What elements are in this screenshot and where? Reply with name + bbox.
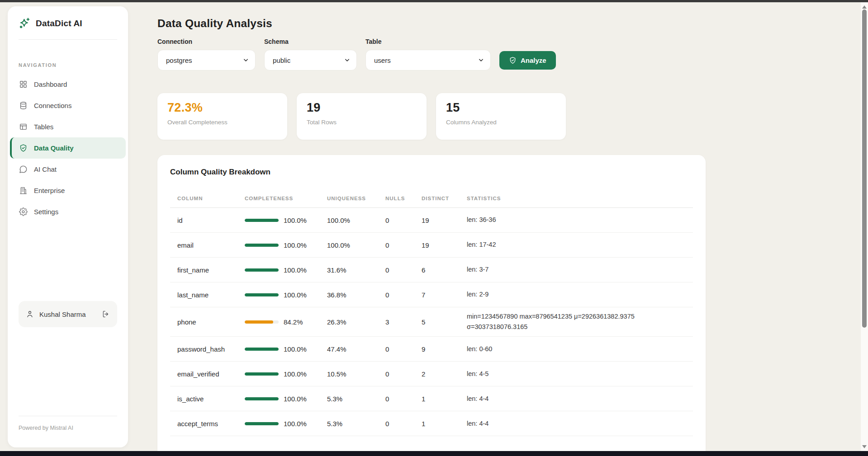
scrollbar-down-arrow-icon[interactable] (862, 445, 867, 448)
analyze-button-label: Analyze (521, 56, 546, 64)
completeness-bar (245, 348, 279, 351)
completeness-cell: 100.0% (245, 291, 327, 299)
sidebar-item-connections[interactable]: Connections (10, 95, 126, 116)
table-select[interactable]: users (366, 50, 490, 70)
completeness-value: 100.0% (284, 370, 307, 378)
uniqueness-cell: 31.6% (327, 266, 385, 274)
distinct-cell: 19 (422, 241, 467, 249)
chat-bubble-icon (19, 165, 28, 174)
nav-section-label: NAVIGATION (8, 40, 128, 74)
distinct-cell: 5 (422, 318, 467, 326)
completeness-cell: 84.2% (245, 318, 327, 326)
completeness-cell: 100.0% (245, 420, 327, 428)
schema-select-wrap: public (264, 50, 357, 71)
statistics-cell: len: 4-4 (467, 418, 661, 429)
completeness-value: 100.0% (284, 241, 307, 249)
database-icon (19, 101, 28, 110)
column-name-cell: email_verified (177, 370, 245, 378)
table-select-wrap: users (365, 50, 491, 71)
statistics-cell: len: 2-9 (467, 289, 661, 300)
table-row: email 100.0% 100.0% 0 19 len: 17-42 (170, 233, 693, 258)
nulls-cell: 0 (385, 395, 422, 403)
stat-value: 15 (446, 101, 556, 115)
screen-bottom-edge (0, 451, 868, 456)
distinct-cell: 19 (422, 216, 467, 224)
completeness-value: 100.0% (284, 216, 307, 224)
sidebar-item-tables[interactable]: Tables (10, 116, 126, 137)
completeness-value: 100.0% (284, 395, 307, 403)
table-row: phone 84.2% 26.3% 3 5 min=1234567890 max… (170, 307, 693, 337)
completeness-bar (245, 268, 279, 272)
column-header-uniqueness: UNIQUENESS (327, 196, 385, 201)
stat-card-overall-completeness: 72.3% Overall Completeness (157, 93, 287, 140)
screen-top-edge (0, 0, 868, 2)
stat-label: Total Rows (307, 119, 417, 126)
app-screen: DataDict AI NAVIGATION Dashboard Connect… (0, 0, 868, 456)
nulls-cell: 0 (385, 370, 422, 378)
table-icon (19, 122, 28, 131)
scrollbar[interactable] (861, 2, 868, 451)
building-icon (19, 186, 28, 195)
sidebar-item-enterprise[interactable]: Enterprise (10, 180, 126, 201)
connection-select[interactable]: postgres (158, 50, 255, 70)
schema-label: Schema (264, 38, 357, 45)
statistics-cell: len: 4-5 (467, 369, 661, 379)
analyze-button[interactable]: Analyze (499, 51, 556, 70)
stat-card-total-rows: 19 Total Rows (297, 93, 427, 140)
uniqueness-cell: 5.3% (327, 420, 385, 428)
table-row: is_active 100.0% 5.3% 0 1 len: 4-4 (170, 386, 693, 411)
filter-bar: Connection postgres Schema public (157, 38, 706, 71)
completeness-bar (245, 397, 279, 400)
statistics-cell: len: 0-60 (467, 344, 661, 354)
distinct-cell: 2 (422, 370, 467, 378)
column-name-cell: first_name (177, 266, 245, 274)
stat-card-columns-analyzed: 15 Columns Analyzed (436, 93, 566, 140)
sidebar-item-dashboard[interactable]: Dashboard (10, 74, 126, 95)
statistics-cell: len: 17-42 (467, 240, 661, 250)
gear-icon (19, 207, 28, 216)
uniqueness-cell: 36.8% (327, 291, 385, 299)
completeness-value: 84.2% (284, 318, 303, 326)
column-name-cell: accept_terms (177, 420, 245, 428)
user-icon (26, 310, 34, 318)
nulls-cell: 0 (385, 216, 422, 224)
stats-row: 72.3% Overall Completeness 19 Total Rows… (157, 93, 706, 140)
table-label: Table (365, 38, 491, 45)
nulls-cell: 0 (385, 241, 422, 249)
connection-filter: Connection postgres (157, 38, 256, 71)
schema-select[interactable]: public (265, 50, 356, 70)
column-name-cell: email (177, 241, 245, 249)
uniqueness-cell: 26.3% (327, 318, 385, 326)
table-row: first_name 100.0% 31.6% 0 6 len: 3-7 (170, 258, 693, 282)
completeness-value: 100.0% (284, 345, 307, 353)
distinct-cell: 7 (422, 291, 467, 299)
completeness-bar (245, 372, 279, 376)
user-chip[interactable]: Kushal Sharma (19, 301, 117, 327)
table-row: password_hash 100.0% 47.4% 0 9 len: 0-60 (170, 337, 693, 362)
sidebar-item-label: AI Chat (34, 165, 57, 173)
scrollbar-up-arrow-icon[interactable] (862, 5, 867, 9)
completeness-bar (245, 422, 279, 425)
breakdown-title: Column Quality Breakdown (170, 168, 693, 177)
stat-value: 19 (307, 101, 417, 115)
completeness-cell: 100.0% (245, 395, 327, 403)
sidebar-item-ai-chat[interactable]: AI Chat (10, 159, 126, 180)
completeness-cell: 100.0% (245, 266, 327, 274)
scrollbar-thumb[interactable] (862, 9, 867, 328)
sidebar-item-data-quality[interactable]: Data Quality (10, 137, 126, 159)
completeness-bar (245, 320, 279, 324)
app-logo: DataDict AI (8, 6, 128, 39)
nulls-cell: 0 (385, 420, 422, 428)
stat-value: 72.3% (167, 101, 277, 115)
column-name-cell: is_active (177, 395, 245, 403)
sidebar-item-label: Tables (34, 123, 53, 131)
logout-icon[interactable] (102, 310, 110, 318)
column-name-cell: password_hash (177, 345, 245, 353)
app-title: DataDict AI (36, 19, 82, 28)
powered-by-text: Powered by Mistral AI (8, 416, 128, 447)
sidebar-item-settings[interactable]: Settings (10, 201, 126, 222)
statistics-cell: len: 36-36 (467, 215, 661, 225)
sidebar-item-label: Connections (34, 102, 71, 109)
schema-filter: Schema public (264, 38, 357, 71)
uniqueness-cell: 47.4% (327, 345, 385, 353)
